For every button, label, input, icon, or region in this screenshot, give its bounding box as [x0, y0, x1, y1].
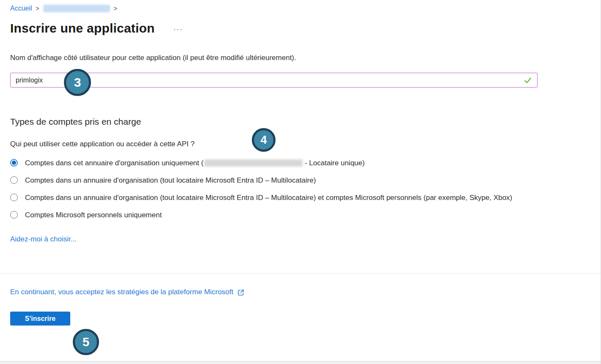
- account-types-heading: Types de comptes pris en charge: [10, 117, 590, 127]
- radio-label: Comptes dans cet annuaire d'organisation…: [25, 157, 365, 169]
- radio-option-multitenant[interactable]: Comptes dans un annuaire d'organisation …: [10, 175, 590, 186]
- radio-option-multitenant-personal[interactable]: Comptes dans un annuaire d'organisation …: [10, 192, 590, 203]
- display-name-input[interactable]: [16, 77, 524, 84]
- help-me-choose-link[interactable]: Aidez-moi à choisir...: [10, 235, 77, 244]
- radio-button[interactable]: [10, 194, 18, 201]
- radio-option-personal-only[interactable]: Comptes Microsoft personnels uniquement: [10, 209, 590, 221]
- policy-row: En continuant, vous acceptez les stratég…: [10, 288, 590, 296]
- platform-policies-link[interactable]: En continuant, vous acceptez les stratég…: [10, 288, 233, 296]
- step-badge-5: 5: [73, 329, 99, 355]
- radio-label: Comptes dans un annuaire d'organisation …: [25, 192, 512, 203]
- breadcrumb-separator: >: [36, 5, 39, 12]
- step-badge-4-number: 4: [260, 134, 267, 147]
- breadcrumb-separator: >: [114, 5, 117, 12]
- radio-button[interactable]: [10, 159, 18, 167]
- account-type-radio-group: Comptes dans cet annuaire d'organisation…: [10, 157, 590, 221]
- radio-label: Comptes Microsoft personnels uniquement: [25, 209, 162, 221]
- more-menu-icon[interactable]: ···: [174, 25, 183, 34]
- radio-label: Comptes dans un annuaire d'organisation …: [25, 175, 316, 186]
- radio-label-text-before: Comptes dans cet annuaire d'organisation…: [25, 159, 204, 167]
- radio-button[interactable]: [10, 211, 18, 219]
- account-types-question: Qui peut utiliser cette application ou a…: [10, 140, 590, 148]
- external-link-icon: [237, 289, 245, 296]
- input-valid-checkmark-icon: [524, 76, 532, 85]
- app-registration-page: 3 4 5 Accueil > > Inscrire une applicati…: [0, 0, 601, 364]
- redacted-tenant-blob: [204, 159, 303, 167]
- breadcrumb-item-home[interactable]: Accueil: [10, 5, 32, 12]
- breadcrumb-item-redacted[interactable]: [43, 5, 110, 12]
- radio-label-text-after: - Locataire unique): [305, 159, 365, 167]
- radio-button[interactable]: [10, 176, 18, 184]
- section-divider: [0, 273, 601, 274]
- title-row: Inscrire une application ···: [10, 21, 590, 36]
- step-badge-3: 3: [64, 69, 91, 96]
- page-title: Inscrire une application: [10, 21, 155, 36]
- step-badge-4: 4: [252, 128, 276, 152]
- bottom-bar: [0, 361, 601, 364]
- step-badge-5-number: 5: [83, 335, 89, 349]
- radio-option-single-tenant[interactable]: Comptes dans cet annuaire d'organisation…: [10, 157, 590, 169]
- display-name-label: Nom d'affichage côté utilisateur pour ce…: [10, 54, 590, 62]
- register-button[interactable]: S'inscrire: [10, 312, 70, 326]
- breadcrumb: Accueil > >: [10, 0, 590, 13]
- step-badge-3-number: 3: [74, 75, 81, 90]
